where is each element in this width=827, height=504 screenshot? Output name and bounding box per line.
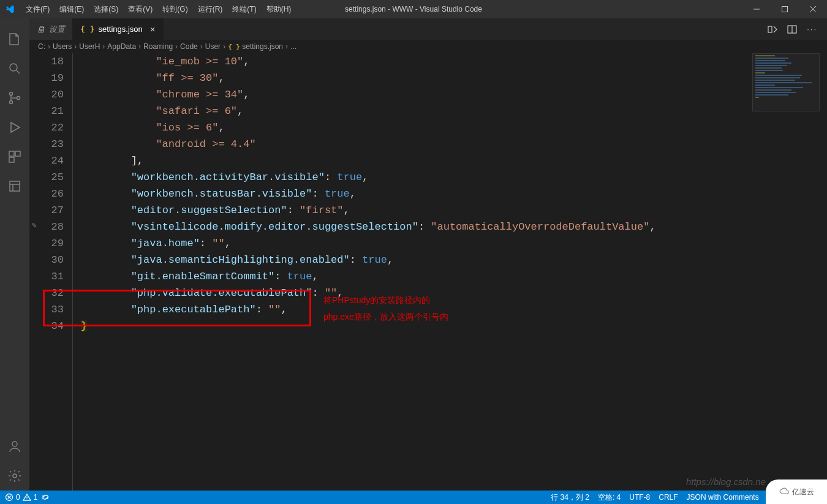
project-icon[interactable] [0,171,29,201]
svg-point-10 [13,474,17,478]
breadcrumb-segment[interactable]: AppData [107,42,136,51]
breadcrumb-segment[interactable]: Code [180,42,198,51]
svg-rect-11 [768,26,772,32]
breadcrumb-segment[interactable]: Roaming [143,42,173,51]
accounts-icon[interactable] [0,432,29,461]
eol-status[interactable]: CRLF [659,493,678,502]
more-icon[interactable]: ··· [807,24,817,34]
menu-item[interactable]: 终端(T) [227,0,261,18]
breadcrumb-segment[interactable]: UserH [79,42,100,51]
tab-label: settings.json [98,24,142,34]
svg-rect-5 [9,151,14,156]
tab-label: 设置 [49,24,65,35]
menu-item[interactable]: 选择(S) [89,0,123,18]
encoding-status[interactable]: UTF-8 [629,493,650,502]
svg-rect-8 [10,181,20,191]
maximize-button[interactable] [771,0,799,18]
editor-area: 🗎 设置 { } settings.json × ··· C:›Users›Us… [29,18,827,491]
menu-item[interactable]: 运行(R) [193,0,228,18]
svg-rect-6 [15,151,20,156]
tab-settings[interactable]: 🗎 设置 [29,18,73,40]
menu-item[interactable]: 帮助(H) [262,0,296,18]
settings-gear-icon[interactable] [0,461,29,491]
cursor-position[interactable]: 行 34，列 2 [551,492,589,503]
close-icon[interactable]: × [150,24,156,34]
code-editor[interactable]: ✎ 1819202122232425262728293031323334 "ie… [29,53,827,491]
menu-bar: 文件(F)编辑(E)选择(S)查看(V)转到(G)运行(R)终端(T)帮助(H) [21,0,296,18]
title-bar: 文件(F)编辑(E)选择(S)查看(V)转到(G)运行(R)终端(T)帮助(H)… [0,0,827,18]
menu-item[interactable]: 转到(G) [157,0,192,18]
json-icon: { } [80,24,94,34]
line-numbers: 1819202122232425262728293031323334 [42,53,72,491]
annotation-text: 将PHPstudy的安装路径内的 php.exe路径，放入这两个引号内 [323,292,448,325]
extensions-icon[interactable] [0,142,29,171]
tab-bar: 🗎 设置 { } settings.json × ··· [29,18,827,40]
vscode-icon [5,4,15,14]
sync-status[interactable] [41,493,50,502]
breadcrumb-segment[interactable]: Users [53,42,72,51]
svg-point-4 [17,97,20,100]
activity-bar [0,18,29,491]
breadcrumb-segment[interactable]: C: [38,42,45,51]
breadcrumb-segment[interactable]: User [205,42,221,51]
svg-rect-0 [782,7,788,12]
split-editor-icon[interactable] [787,24,797,34]
minimap[interactable] [752,53,820,111]
menu-item[interactable]: 文件(F) [21,0,55,18]
search-icon[interactable] [0,54,29,83]
explorer-icon[interactable] [0,24,29,54]
indentation-status[interactable]: 空格: 4 [598,492,621,503]
watermark: https://blog.csdn.ne [686,476,766,487]
breadcrumb-segment[interactable]: ... [290,42,296,51]
language-mode[interactable]: JSON with Comments [687,493,759,502]
document-icon: 🗎 [37,24,45,34]
menu-item[interactable]: 编辑(E) [55,0,89,18]
pencil-icon[interactable]: ✎ [32,217,42,234]
tab-settings-json[interactable]: { } settings.json × [73,18,164,40]
status-bar: 0 1 行 34，列 2 空格: 4 UTF-8 CRLF JSON with … [0,491,827,504]
svg-point-2 [10,92,13,96]
svg-point-3 [10,101,13,104]
menu-item[interactable]: 查看(V) [123,0,157,18]
compare-changes-icon[interactable] [768,24,777,34]
close-button[interactable] [799,0,827,18]
svg-rect-7 [9,157,14,162]
logo-badge: 亿速云 [766,480,827,504]
problems-status[interactable]: 0 1 [5,493,37,502]
code-content[interactable]: "ie_mob >= 10", "ff >= 30", "chrome >= 3… [81,53,827,491]
svg-point-1 [10,64,17,71]
svg-point-9 [12,442,17,446]
source-control-icon[interactable] [0,83,29,113]
minimize-button[interactable] [742,0,771,18]
breadcrumb-segment[interactable]: { } settings.json [228,42,283,51]
window-title: settings.json - WWW - Visual Studio Code [345,5,482,13]
run-debug-icon[interactable] [0,113,29,142]
breadcrumbs[interactable]: C:›Users›UserH›AppData›Roaming›Code›User… [29,40,827,53]
